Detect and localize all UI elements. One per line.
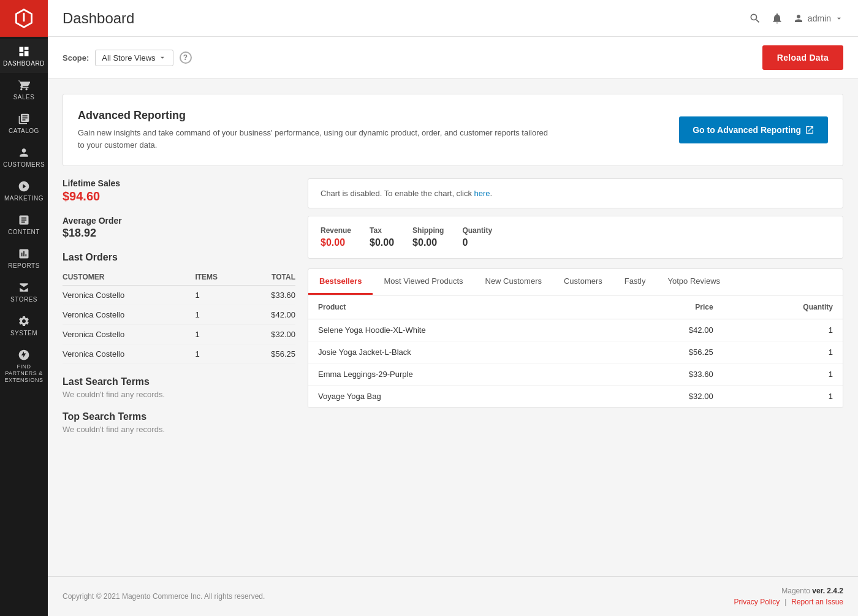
order-total: $32.00 — [243, 325, 295, 344]
revenue-metric: Revenue $0.00 — [321, 226, 351, 248]
average-order-label: Average Order — [63, 216, 295, 226]
chevron-down-icon — [158, 53, 167, 62]
go-to-advanced-reporting-button[interactable]: Go to Advanced Reporting — [679, 116, 828, 143]
lifetime-sales-value: $94.60 — [63, 189, 295, 203]
sidebar-item-catalog[interactable]: CATALOG — [0, 107, 48, 140]
sidebar-item-sales[interactable]: SALES — [0, 73, 48, 107]
col-customer: Customer — [63, 269, 195, 286]
tab-bestsellers[interactable]: Bestsellers — [308, 269, 373, 295]
table-row: Voyage Yoga Bag $32.00 1 — [308, 386, 843, 408]
sidebar-item-stores[interactable]: STORES — [0, 275, 48, 309]
product-price: $42.00 — [617, 319, 723, 341]
top-header: Dashboard admin — [48, 0, 858, 37]
product-quantity: 1 — [723, 341, 843, 363]
product-name: Voyage Yoga Bag — [308, 386, 617, 408]
sidebar-item-reports[interactable]: REPORTS — [0, 241, 48, 275]
col-total: Total — [243, 269, 295, 286]
tab-new-customers[interactable]: New Customers — [474, 269, 553, 295]
order-customer: Veronica Costello — [63, 344, 195, 364]
top-search-title: Top Search Terms — [63, 411, 295, 422]
table-row: Selene Yoga Hoodie-XL-White $42.00 1 — [308, 319, 843, 341]
search-icon[interactable] — [749, 12, 761, 25]
footer-links: Privacy Policy | Report an Issue — [734, 598, 843, 606]
tab-customers[interactable]: Customers — [553, 269, 613, 295]
product-price: $33.60 — [617, 363, 723, 386]
sidebar-item-dashboard[interactable]: DASHBOARD — [0, 39, 48, 73]
sidebar-label-catalog: CATALOG — [9, 127, 39, 134]
top-search-terms-section: Top Search Terms We couldn't find any re… — [63, 411, 295, 434]
sidebar-label-content: CONTENT — [8, 229, 40, 235]
report-issue-link[interactable]: Report an Issue — [791, 598, 843, 606]
store-view-value: All Store Views — [102, 53, 155, 63]
notifications-icon[interactable] — [771, 12, 783, 25]
shipping-metric: Shipping $0.00 — [412, 226, 444, 248]
last-orders-title: Last Orders — [63, 252, 295, 263]
order-customer: Veronica Costello — [63, 305, 195, 325]
store-view-selector[interactable]: All Store Views — [95, 50, 173, 66]
stats-section: Lifetime Sales $94.60 Average Order $18.… — [63, 178, 843, 446]
table-row: Josie Yoga Jacket-L-Black $56.25 1 — [308, 341, 843, 363]
advanced-reporting-text: Advanced Reporting Gain new insights and… — [78, 109, 556, 151]
tab-most-viewed[interactable]: Most Viewed Products — [373, 269, 474, 295]
footer: Copyright © 2021 Magento Commerce Inc. A… — [48, 576, 858, 616]
admin-user-menu[interactable]: admin — [793, 13, 843, 24]
tax-metric: Tax $0.00 — [370, 226, 394, 248]
external-link-icon — [805, 125, 814, 135]
order-items: 1 — [195, 305, 243, 325]
sidebar-label-reports: REPORTS — [8, 262, 40, 269]
page-title: Dashboard — [63, 10, 134, 27]
order-items: 1 — [195, 344, 243, 364]
product-quantity: 1 — [723, 386, 843, 408]
table-row: Veronica Costello 1 $56.25 — [63, 344, 295, 364]
lifetime-sales-block: Lifetime Sales $94.60 — [63, 178, 295, 203]
sidebar-label-dashboard: DASHBOARD — [3, 60, 45, 67]
sidebar: DASHBOARD SALES CATALOG CUSTOMERS MARKET… — [0, 0, 48, 616]
chart-disabled-notice: Chart is disabled. To enable the chart, … — [308, 178, 843, 208]
col-product: Product — [308, 295, 617, 319]
magento-logo[interactable] — [0, 0, 48, 37]
sidebar-label-sales: SALES — [13, 94, 35, 101]
content-area: Advanced Reporting Gain new insights and… — [48, 79, 858, 473]
sidebar-item-marketing[interactable]: MARKETING — [0, 174, 48, 208]
col-price: Price — [617, 295, 723, 319]
admin-username: admin — [808, 13, 831, 23]
table-row: Veronica Costello 1 $33.60 — [63, 286, 295, 305]
product-tabs-section: BestsellersMost Viewed ProductsNew Custo… — [308, 268, 843, 408]
chart-disabled-text: Chart is disabled. To enable the chart, … — [321, 189, 474, 198]
order-total: $56.25 — [243, 344, 295, 364]
chart-enable-link[interactable]: here — [474, 189, 490, 198]
sidebar-item-system[interactable]: SYSTEM — [0, 309, 48, 343]
last-orders-section: Last Orders Customer Items Total Veronic… — [63, 252, 295, 364]
table-row: Emma Leggings-29-Purple $33.60 1 — [308, 363, 843, 386]
product-quantity: 1 — [723, 319, 843, 341]
order-customer: Veronica Costello — [63, 286, 195, 305]
sidebar-label-marketing: MARKETING — [4, 195, 44, 202]
order-customer: Veronica Costello — [63, 325, 195, 344]
col-quantity: Quantity — [723, 295, 843, 319]
scope-left: Scope: All Store Views ? — [63, 50, 192, 66]
magento-version: Magento ver. 2.4.2 — [781, 587, 843, 595]
metrics-row: Revenue $0.00 Tax $0.00 Shipping $0.00 Q… — [308, 216, 843, 259]
scope-bar: Scope: All Store Views ? Reload Data — [48, 37, 858, 79]
sidebar-item-customers[interactable]: CUSTOMERS — [0, 140, 48, 174]
sidebar-label-stores: STORES — [10, 296, 37, 303]
products-table: Product Price Quantity Selene Yoga Hoodi… — [308, 295, 843, 408]
shipping-label: Shipping — [412, 226, 444, 235]
privacy-policy-link[interactable]: Privacy Policy — [734, 598, 780, 606]
sidebar-item-content[interactable]: CONTENT — [0, 208, 48, 241]
order-total: $33.60 — [243, 286, 295, 305]
tab-yotpo[interactable]: Yotpo Reviews — [657, 269, 732, 295]
shipping-value: $0.00 — [412, 237, 444, 248]
sidebar-item-find-partners[interactable]: FIND PARTNERS & EXTENSIONS — [0, 343, 48, 389]
help-icon[interactable]: ? — [180, 51, 192, 64]
product-price: $32.00 — [617, 386, 723, 408]
revenue-label: Revenue — [321, 226, 351, 235]
product-name: Josie Yoga Jacket-L-Black — [308, 341, 617, 363]
product-quantity: 1 — [723, 363, 843, 386]
table-row: Veronica Costello 1 $42.00 — [63, 305, 295, 325]
footer-copyright: Copyright © 2021 Magento Commerce Inc. A… — [63, 592, 265, 601]
tax-label: Tax — [370, 226, 394, 235]
chart-disabled-suffix: . — [490, 189, 493, 198]
tab-fastly[interactable]: Fastly — [613, 269, 657, 295]
reload-data-button[interactable]: Reload Data — [762, 45, 843, 70]
